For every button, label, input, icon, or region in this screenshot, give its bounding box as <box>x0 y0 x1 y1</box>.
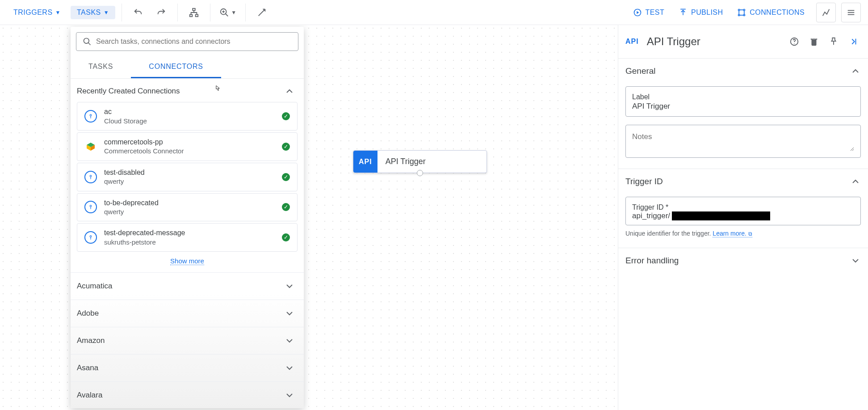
connection-item[interactable]: test-deprecated-message sukruths-petstor… <box>77 223 298 252</box>
node-output-port[interactable] <box>417 170 423 176</box>
vendor-row[interactable]: Asana <box>71 354 304 381</box>
svg-rect-0 <box>193 8 195 10</box>
status-ok-icon: ✓ <box>282 203 290 211</box>
search-box[interactable] <box>76 32 298 51</box>
sitemap-icon <box>189 8 199 17</box>
notes-field[interactable] <box>625 125 861 158</box>
triggers-dropdown[interactable]: TRIGGERS ▼ <box>7 6 67 19</box>
wand-button[interactable] <box>252 3 272 22</box>
separator <box>245 4 246 21</box>
label-field[interactable]: Label <box>625 86 861 117</box>
node-badge: API <box>353 151 377 173</box>
connections-label: CONNECTIONS <box>750 8 805 17</box>
panel-tabs: TASKS CONNECTORS <box>71 56 304 79</box>
section-recent-connections[interactable]: Recently Created Connections <box>71 79 304 102</box>
connection-texts: ac Cloud Storage <box>104 107 275 126</box>
svg-point-17 <box>84 38 89 44</box>
section-header-error[interactable]: Error handling <box>625 255 861 266</box>
node-api-trigger[interactable]: API API Trigger <box>353 150 487 173</box>
connection-list: ac Cloud Storage ✓ commercetools-pp Comm… <box>71 102 304 272</box>
connection-sub: qwerty <box>104 207 275 216</box>
chevron-up-icon <box>850 66 861 76</box>
chart-icon <box>821 8 831 17</box>
svg-point-10 <box>738 9 740 10</box>
svg-point-27 <box>794 43 794 44</box>
tab-connectors[interactable]: CONNECTORS <box>131 56 221 78</box>
menu-button[interactable] <box>841 3 861 22</box>
publish-icon <box>679 8 688 17</box>
search-wrap <box>71 27 304 56</box>
vendor-row[interactable]: Acumatica <box>71 272 304 300</box>
section-title: Recently Created Connections <box>77 87 180 96</box>
zoom-in-icon <box>219 8 229 17</box>
label-input[interactable] <box>632 101 854 112</box>
section-header-triggerid[interactable]: Trigger ID <box>625 176 861 192</box>
svg-marker-8 <box>637 11 639 14</box>
status-ok-icon: ✓ <box>282 112 290 120</box>
publish-button[interactable]: PUBLISH <box>672 4 729 21</box>
connector-icon <box>84 110 97 123</box>
vendor-row[interactable]: Avalara <box>71 381 304 408</box>
trash-icon <box>809 37 819 46</box>
triggers-label: TRIGGERS <box>13 8 53 17</box>
triggerid-prefix: api_trigger/ <box>632 211 670 220</box>
separator <box>122 4 122 21</box>
section-title: Error handling <box>625 256 679 266</box>
triggerid-field[interactable]: Trigger ID * api_trigger/ <box>625 197 861 225</box>
connection-item[interactable]: commercetools-pp Commercetools Connector… <box>77 132 298 161</box>
show-more-row: Show more <box>77 254 298 272</box>
notes-input[interactable] <box>632 131 854 151</box>
tab-tasks[interactable]: TASKS <box>71 56 131 78</box>
canvas[interactable]: API API Trigger TASKS CONNECTORS Recentl… <box>0 25 868 410</box>
search-icon <box>83 37 92 46</box>
connections-icon <box>737 8 746 17</box>
learn-more-link[interactable]: Learn more.⧉ <box>713 230 752 237</box>
connection-sub: Commercetools Connector <box>104 147 275 156</box>
collapse-right-icon <box>848 37 858 46</box>
collapse-button[interactable] <box>846 34 861 49</box>
panel-actions <box>787 34 861 49</box>
tasks-dropdown[interactable]: TASKS ▼ <box>71 6 115 19</box>
vendor-row[interactable]: Adobe <box>71 300 304 327</box>
vendor-name: Acumatica <box>77 282 112 291</box>
vendor-row[interactable]: Amazon <box>71 327 304 354</box>
connection-name: ac <box>104 107 275 117</box>
chevron-down-icon <box>284 281 295 292</box>
play-icon <box>633 8 642 17</box>
chevron-down-icon <box>284 363 295 373</box>
status-ok-icon: ✓ <box>282 173 290 181</box>
redo-button[interactable] <box>151 3 171 22</box>
delete-button[interactable] <box>806 34 822 49</box>
section-general: General Label <box>618 58 868 169</box>
chevron-down-icon <box>850 255 861 266</box>
show-more-link[interactable]: Show more <box>170 257 204 265</box>
connection-name: test-deprecated-message <box>104 228 275 238</box>
stats-button[interactable] <box>816 3 836 22</box>
panel-scroll[interactable]: Recently Created Connections ac Cloud St… <box>71 79 304 408</box>
svg-point-25 <box>90 236 92 237</box>
layout-button[interactable] <box>184 3 204 22</box>
connection-item[interactable]: test-disabled qwerty ✓ <box>77 163 298 191</box>
redacted-value <box>672 211 770 220</box>
test-button[interactable]: TEST <box>627 4 671 21</box>
undo-button[interactable] <box>128 3 148 22</box>
chevron-down-icon <box>284 390 295 401</box>
svg-line-4 <box>226 13 228 16</box>
help-button[interactable] <box>787 34 802 49</box>
search-input[interactable] <box>96 38 292 46</box>
zoom-button[interactable]: ▼ <box>217 3 239 22</box>
test-label: TEST <box>646 8 665 17</box>
panel-header: API API Trigger <box>618 25 868 58</box>
connections-button[interactable]: CONNECTIONS <box>731 4 811 21</box>
section-header-general[interactable]: General <box>625 66 861 82</box>
triggerid-help: Unique identifier for the trigger. Learn… <box>625 230 861 237</box>
triggerid-value-row: api_trigger/ <box>632 211 854 220</box>
field-label: Trigger ID * <box>632 203 668 211</box>
connection-item[interactable]: ac Cloud Storage ✓ <box>77 102 298 131</box>
connector-icon <box>84 201 97 213</box>
menu-icon <box>846 8 856 17</box>
connection-texts: commercetools-pp Commercetools Connector <box>104 137 275 156</box>
connection-item[interactable]: to-be-deprecated qwerty ✓ <box>77 193 298 222</box>
top-left-group: TRIGGERS ▼ TASKS ▼ ▼ <box>7 3 272 22</box>
pin-button[interactable] <box>826 34 841 49</box>
